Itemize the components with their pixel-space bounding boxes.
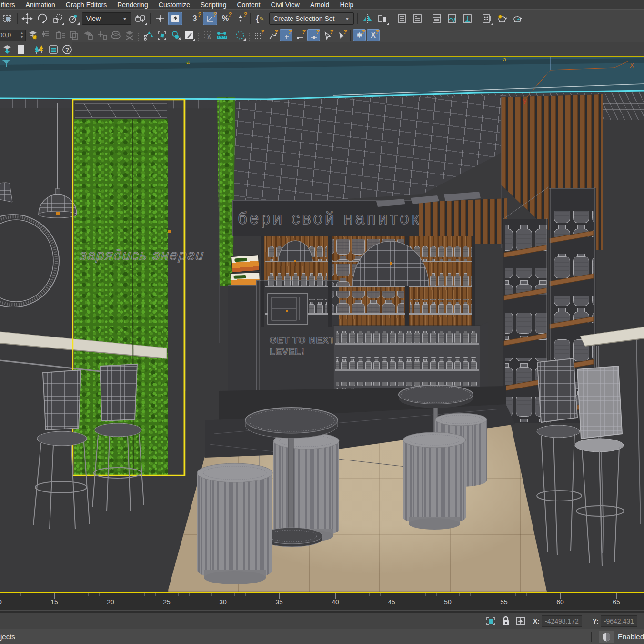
x-coordinate-label: X: (533, 617, 540, 625)
chevron-down-icon: ▼ (345, 16, 350, 21)
absolute-mode-toggle[interactable] (515, 615, 526, 627)
menu-animation[interactable]: Animation (20, 1, 60, 9)
3dsmax-window: ifiers Animation Graph Editors Rendering… (0, 0, 644, 644)
menu-arnold[interactable]: Arnold (305, 1, 334, 9)
time-tick-label: 55 (500, 598, 508, 606)
scatter-tool-icon[interactable] (141, 29, 154, 41)
select-region-icon[interactable] (0, 12, 15, 25)
align-icon[interactable] (375, 12, 390, 25)
x-coordinate-field[interactable]: -42498,172 (542, 615, 582, 627)
timeline[interactable]: 10 15 20 25 30 35 40 45 50 55 60 65 (0, 593, 644, 613)
reference-coordinate-dropdown[interactable]: View ▼ (82, 12, 131, 25)
snap-3d-toggle[interactable]: 3? (188, 12, 202, 25)
object-marker: a (186, 59, 190, 65)
hide-layer-icon[interactable] (123, 29, 136, 41)
paint-window-icon[interactable] (183, 29, 196, 41)
white-swatch-icon[interactable] (14, 43, 27, 55)
dotted-circle-icon[interactable] (233, 29, 246, 41)
material-editor-icon[interactable] (480, 12, 494, 25)
menu-modifiers[interactable]: ifiers (0, 1, 20, 9)
select-layer-objects-icon[interactable] (109, 29, 122, 41)
document-lines-icon[interactable] (47, 43, 60, 55)
measure-tool-icon[interactable] (215, 29, 228, 41)
scene-explorer-icon[interactable] (395, 12, 409, 25)
menu-civil-view[interactable]: Civil View (265, 1, 304, 9)
snap-minus-override-icon[interactable]: ? (293, 29, 306, 41)
viewport-border-top (0, 56, 644, 57)
snap-freeze-override-icon[interactable]: ❄? (353, 29, 366, 41)
copy-layer-icon[interactable] (68, 29, 80, 41)
stool-3 (403, 432, 466, 530)
snap-cursor-filled-override-icon[interactable]: ? (335, 29, 348, 41)
curve-editor-icon[interactable] (445, 12, 459, 25)
menu-content[interactable]: Content (231, 1, 265, 9)
named-selection-set-dropdown[interactable]: Create Selection Set ▼ (269, 12, 354, 25)
forest-trees-icon[interactable] (33, 43, 46, 55)
snap-endpoint-override-icon[interactable]: ? (266, 29, 279, 41)
ribbon-toggle-icon[interactable] (430, 12, 444, 25)
axis-y-label: y (523, 96, 527, 104)
funnel-icon[interactable] (2, 60, 10, 67)
selection-lock-icon[interactable] (501, 615, 511, 627)
spinner-arrows-icon[interactable]: ▲▼ (20, 31, 24, 39)
select-place-icon[interactable] (66, 12, 80, 25)
time-ruler[interactable] (0, 593, 644, 605)
manage-layers-icon[interactable] (26, 29, 39, 41)
status-bar: X: -42498,172 Y: -9642,431 Z (0, 613, 644, 629)
time-tick-label: 50 (444, 598, 452, 606)
viewport-3d[interactable]: бери свой напиток здесь зарядись энерги … (0, 57, 644, 592)
select-scale-icon[interactable] (50, 12, 65, 25)
menu-rendering[interactable]: Rendering (112, 1, 153, 9)
left-counter (0, 332, 167, 374)
snap-plus-override-icon[interactable]: ? (280, 29, 292, 41)
svg-text:A: A (207, 34, 211, 40)
bar-chair-left-1 (92, 364, 144, 511)
add-to-layer-icon[interactable] (40, 29, 53, 41)
select-manipulate-icon[interactable] (153, 12, 167, 25)
y-coordinate-field[interactable]: -9642,431 (601, 615, 637, 627)
time-tick-label: 45 (388, 598, 395, 606)
menu-graph-editors[interactable]: Graph Editors (60, 1, 112, 9)
ceiling-highlight-edge (333, 84, 644, 95)
select-move-icon[interactable] (20, 12, 34, 25)
timeline-divider (0, 610, 644, 611)
spinner-snap-toggle[interactable]: ? (233, 12, 248, 25)
layer-explorer-icon[interactable] (410, 12, 424, 25)
time-tick-label: 60 (556, 598, 564, 606)
snap-grid-override-icon[interactable]: ? (252, 29, 265, 41)
grid-a-icon[interactable]: A (201, 29, 214, 41)
keyboard-shortcut-override-toggle[interactable] (168, 12, 182, 25)
bar-chair-left-2 (33, 370, 90, 529)
edit-named-selection-sets-icon[interactable]: {✎ (253, 12, 267, 25)
delete-layer-icon[interactable] (54, 29, 67, 41)
help-circle-icon[interactable]: ? (60, 43, 73, 55)
add-objects-to-layer-icon[interactable] (95, 29, 108, 41)
microwave-wireframe (268, 294, 308, 324)
prompt-text: jects (0, 633, 15, 641)
snap-x-override-icon[interactable]: X? (367, 29, 380, 41)
moss-panel-seam (132, 119, 133, 475)
snap-slider-override-icon[interactable]: ? (307, 29, 320, 41)
isolate-selection-toggle[interactable] (485, 615, 496, 627)
render-production-icon[interactable] (510, 12, 524, 25)
time-tick-label: 20 (107, 598, 114, 606)
layer-properties-icon[interactable] (81, 29, 94, 41)
pick-object-icon[interactable] (155, 29, 168, 41)
toolbar-dock-background (72, 42, 644, 56)
menu-scripting[interactable]: Scripting (195, 1, 231, 9)
value-spinner-field[interactable]: 00,0▲▼ (0, 30, 26, 41)
percent-snap-toggle[interactable]: %? (218, 12, 232, 25)
render-setup-icon[interactable] (495, 12, 509, 25)
menu-customize[interactable]: Customize (153, 1, 195, 9)
snap-cursor-override-icon[interactable]: ? (321, 29, 334, 41)
security-shield-button[interactable] (599, 631, 614, 643)
menu-help[interactable]: Help (334, 1, 359, 9)
select-rotate-icon[interactable] (35, 12, 50, 25)
scene-wireframe-overlay: X y a a (0, 57, 644, 592)
spheres-tool-icon[interactable] (169, 29, 182, 41)
schematic-view-icon[interactable] (460, 12, 474, 25)
layer-down-icon[interactable] (0, 43, 13, 55)
mirror-icon[interactable] (360, 12, 374, 25)
angle-snap-toggle[interactable]: ? (203, 12, 217, 25)
use-pivot-point-icon[interactable] (133, 12, 148, 25)
